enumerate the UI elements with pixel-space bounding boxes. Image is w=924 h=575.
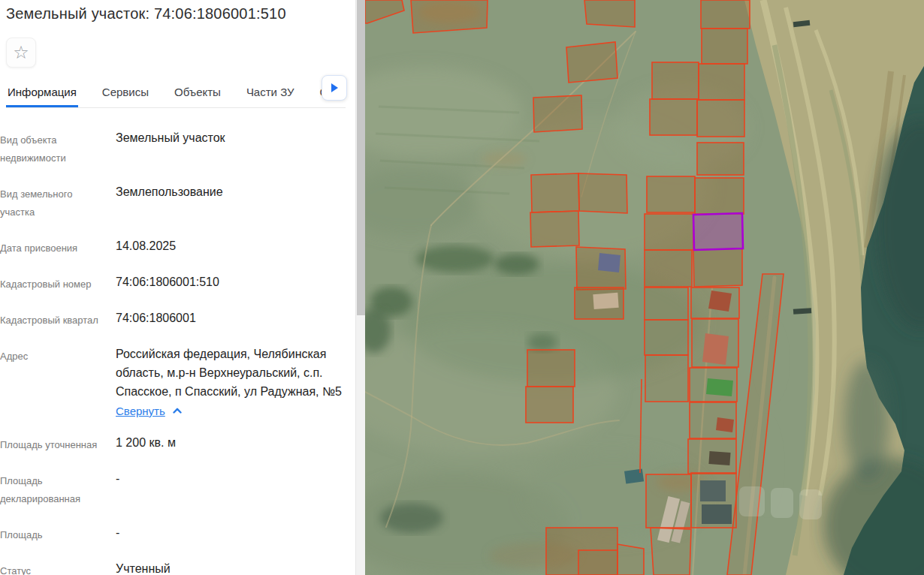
cadastral-parcel[interactable]	[693, 248, 742, 287]
cadastral-parcel[interactable]	[530, 211, 579, 247]
field-label: Кадастровый номер	[0, 273, 105, 294]
field-row: Площадь декларированная -	[0, 470, 365, 508]
field-row: Вид земельного участка Землепользование	[0, 183, 365, 221]
cadastral-parcel[interactable]	[578, 173, 627, 213]
chevron-right-icon	[331, 83, 338, 92]
field-row: Площадь уточненная 1 200 кв. м	[0, 434, 365, 454]
field-value: 1 200 кв. м	[116, 434, 346, 454]
cadastral-parcel[interactable]	[650, 99, 697, 135]
address-value: Российская федерация, Челябинская област…	[116, 345, 346, 401]
field-label: Дата присвоения	[0, 237, 105, 257]
field-label: Площадь уточненная	[0, 434, 105, 454]
tab-chasti-zu[interactable]: Части ЗУ	[245, 86, 296, 107]
info-panel: Земельный участок: 74:06:1806001:510 ☆ И…	[0, 0, 365, 575]
cadastral-parcel[interactable]	[533, 95, 582, 132]
field-row: Кадастровый номер 74:06:1806001:510	[0, 273, 365, 294]
field-row: Вид объекта недвижимости Земельный участ…	[0, 129, 365, 167]
cadastral-parcel[interactable]	[692, 319, 738, 367]
field-label: Кадастровый квартал	[0, 309, 105, 330]
cadastral-parcel[interactable]	[651, 528, 691, 575]
cadastral-parcel[interactable]	[576, 247, 626, 290]
field-label: Вид земельного участка	[0, 183, 105, 221]
cadastral-parcel[interactable]	[527, 350, 575, 387]
cadastral-parcel[interactable]	[645, 288, 688, 320]
field-value: 74:06:1806001	[116, 309, 346, 330]
cadastral-parcel[interactable]	[584, 0, 635, 27]
star-icon: ☆	[13, 44, 29, 62]
satellite-map[interactable]	[365, 0, 924, 575]
fields-list: Вид объекта недвижимости Земельный участ…	[0, 108, 365, 575]
favorite-button[interactable]: ☆	[6, 38, 36, 68]
cadastral-parcel[interactable]	[647, 176, 695, 212]
cadastral-parcel[interactable]	[697, 143, 744, 175]
panel-scrollbar[interactable]	[355, 0, 365, 575]
cadastral-parcel[interactable]	[566, 42, 618, 83]
cadastral-parcel[interactable]	[652, 62, 699, 99]
tab-informatsiya[interactable]: Информация	[6, 86, 78, 107]
field-label: Площадь декларированная	[0, 470, 105, 508]
cadastral-parcel[interactable]	[691, 473, 736, 528]
cadastral-parcel[interactable]	[691, 288, 739, 318]
map-viewport[interactable]	[365, 0, 924, 575]
cadastral-parcel[interactable]	[575, 288, 624, 319]
cadastral-parcel[interactable]	[695, 178, 744, 214]
cadastral-parcel[interactable]	[645, 214, 693, 250]
field-value: 14.08.2025	[116, 237, 346, 257]
teal-roof-house	[624, 468, 644, 483]
map-watermark	[739, 486, 822, 519]
field-row: Кадастровый квартал 74:06:1806001	[0, 309, 365, 330]
field-label: Статус	[0, 560, 105, 575]
cadastral-parcel[interactable]	[688, 439, 736, 474]
tab-servisy[interactable]: Сервисы	[101, 86, 150, 107]
collapse-control[interactable]: Свернуть	[116, 405, 182, 417]
cadastral-parcel[interactable]	[690, 368, 737, 402]
field-row: Площадь -	[0, 524, 365, 544]
collapse-link[interactable]: Свернуть	[116, 405, 165, 417]
tabs-scroll-next-button[interactable]	[322, 75, 347, 101]
page-title: Земельный участок: 74:06:1806001:510	[6, 3, 346, 23]
field-value: Земельный участок	[116, 129, 346, 167]
field-value: -	[116, 470, 346, 508]
cadastral-parcel[interactable]	[690, 402, 736, 438]
chevron-up-icon	[173, 408, 182, 414]
field-value: 74:06:1806001:510	[116, 273, 346, 294]
field-row: Дата присвоения 14.08.2025	[0, 237, 365, 257]
cadastral-parcel[interactable]	[646, 474, 691, 528]
cadastral-map-app: Земельный участок: 74:06:1806001:510 ☆ И…	[0, 0, 924, 575]
field-label: Площадь	[0, 524, 105, 544]
field-label: Вид объекта недвижимости	[0, 129, 105, 167]
field-label: Адрес	[0, 345, 105, 417]
cadastral-parcel[interactable]	[526, 387, 573, 423]
cadastral-parcel[interactable]	[645, 320, 688, 355]
cadastral-parcel[interactable]	[702, 29, 747, 64]
cadastral-parcel[interactable]	[645, 355, 688, 402]
selected-parcel[interactable]	[693, 213, 743, 250]
cadastral-parcel[interactable]	[697, 100, 744, 137]
field-value: Землепользование	[116, 183, 346, 221]
cadastral-parcel[interactable]	[578, 550, 618, 575]
cadastral-parcel[interactable]	[701, 0, 750, 29]
cadastral-parcel[interactable]	[645, 250, 692, 287]
field-value: -	[116, 524, 346, 544]
field-row-address: Адрес Российская федерация, Челябинская …	[0, 345, 365, 417]
field-row: Статус Учтенный	[0, 560, 365, 575]
tab-obekty[interactable]: Объекты	[173, 86, 222, 107]
cadastral-parcel[interactable]	[618, 544, 644, 575]
cadastral-parcel[interactable]	[699, 64, 744, 100]
panel-scrollbar-thumb[interactable]	[357, 0, 365, 315]
cadastral-parcel[interactable]	[531, 173, 579, 212]
tab-bar: Информация Сервисы Объекты Части ЗУ Сост…	[6, 80, 346, 108]
field-value: Учтенный	[116, 560, 346, 575]
cadastral-parcel[interactable]	[411, 0, 488, 33]
